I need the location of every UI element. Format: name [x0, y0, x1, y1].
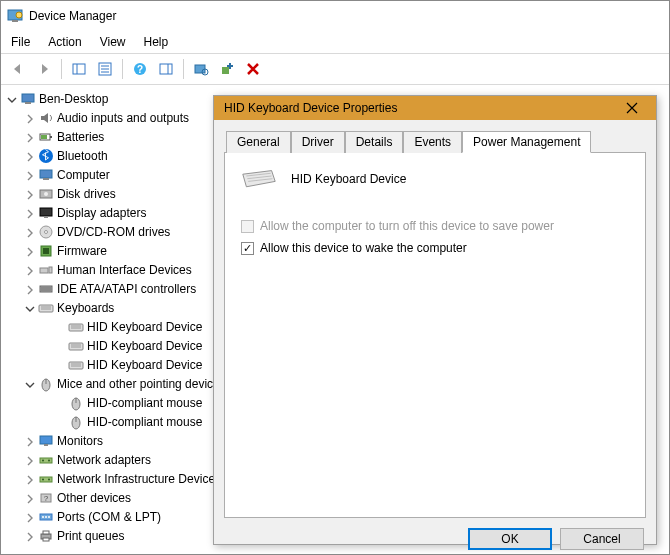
keyboard-icon: [68, 319, 84, 335]
toolbar: ?: [1, 54, 669, 85]
dialog-close-button[interactable]: [612, 96, 652, 120]
expand-arrow-icon[interactable]: [25, 265, 35, 275]
monitor-icon: [38, 433, 54, 449]
keyboard-icon: [68, 338, 84, 354]
tab-bar: General Driver Details Events Power Mana…: [226, 130, 646, 152]
device-manager-icon: [7, 8, 23, 24]
back-button[interactable]: [7, 58, 29, 80]
collapse-arrow-icon[interactable]: [7, 94, 17, 104]
tree-item-label: Network Infrastructure Devices: [57, 472, 221, 486]
forward-button[interactable]: [33, 58, 55, 80]
computer-icon: [38, 167, 54, 183]
properties-button[interactable]: [94, 58, 116, 80]
svg-point-59: [48, 459, 50, 461]
ok-button[interactable]: OK: [468, 528, 552, 550]
expand-arrow-icon[interactable]: [25, 284, 35, 294]
expand-arrow-icon[interactable]: [25, 455, 35, 465]
action-pane-button[interactable]: [155, 58, 177, 80]
tree-item-label: Audio inputs and outputs: [57, 111, 189, 125]
tree-item-label: Print queues: [57, 529, 124, 543]
tree-item-label: Mice and other pointing devices: [57, 377, 226, 391]
expand-arrow-icon[interactable]: [25, 208, 35, 218]
expand-arrow-icon[interactable]: [25, 531, 35, 541]
menu-help[interactable]: Help: [144, 35, 169, 49]
tab-power-management[interactable]: Power Management: [462, 131, 591, 153]
tree-item-label: HID Keyboard Device: [87, 339, 202, 353]
toolbar-separator: [183, 59, 184, 79]
checkbox-label: Allow the computer to turn off this devi…: [260, 219, 554, 233]
svg-rect-31: [43, 248, 49, 254]
dialog-titlebar[interactable]: HID Keyboard Device Properties: [214, 96, 656, 120]
svg-rect-32: [40, 268, 48, 273]
tab-panel: HID Keyboard Device Allow the computer t…: [224, 152, 646, 518]
printer-icon: [38, 528, 54, 544]
bluetooth-icon: [38, 148, 54, 164]
display-icon: [38, 205, 54, 221]
battery-icon: [38, 129, 54, 145]
hid-icon: [38, 262, 54, 278]
expand-arrow-icon[interactable]: [25, 151, 35, 161]
svg-rect-55: [40, 436, 52, 444]
remove-button[interactable]: [242, 58, 264, 80]
svg-text:?: ?: [137, 64, 143, 75]
expand-arrow-icon[interactable]: [25, 512, 35, 522]
svg-point-61: [42, 478, 44, 480]
svg-point-25: [44, 192, 48, 196]
tree-item-label: Human Interface Devices: [57, 263, 192, 277]
close-icon: [626, 102, 638, 114]
expand-arrow-icon[interactable]: [25, 493, 35, 503]
svg-point-66: [42, 516, 44, 518]
expand-arrow-icon[interactable]: [25, 227, 35, 237]
menubar: File Action View Help: [1, 31, 669, 54]
expand-arrow-icon[interactable]: [25, 132, 35, 142]
toolbar-separator: [122, 59, 123, 79]
tree-item-label: Batteries: [57, 130, 104, 144]
add-device-button[interactable]: [216, 58, 238, 80]
svg-rect-33: [49, 267, 52, 273]
svg-point-58: [42, 459, 44, 461]
expand-arrow-icon[interactable]: [25, 474, 35, 484]
mouse-icon: [68, 414, 84, 430]
collapse-arrow-icon[interactable]: [25, 379, 35, 389]
cancel-button[interactable]: Cancel: [560, 528, 644, 550]
keyboard-icon: [68, 357, 84, 373]
svg-rect-11: [160, 64, 172, 74]
scan-button[interactable]: [190, 58, 212, 80]
checkbox-wake-computer[interactable]: Allow this device to wake the computer: [241, 241, 629, 255]
svg-rect-15: [222, 67, 229, 74]
keyboard-icon: [241, 167, 277, 191]
svg-rect-56: [44, 444, 48, 446]
tree-item-label: IDE ATA/ATAPI controllers: [57, 282, 196, 296]
window-title: Device Manager: [29, 9, 116, 23]
show-hide-button[interactable]: [68, 58, 90, 80]
menu-view[interactable]: View: [100, 35, 126, 49]
tab-general[interactable]: General: [226, 131, 291, 153]
help-button[interactable]: ?: [129, 58, 151, 80]
svg-rect-19: [50, 136, 52, 138]
tree-item-label: Monitors: [57, 434, 103, 448]
expand-arrow-icon[interactable]: [25, 189, 35, 199]
tree-item-label: HID Keyboard Device: [87, 358, 202, 372]
toolbar-separator: [61, 59, 62, 79]
svg-rect-26: [40, 208, 52, 216]
expand-arrow-icon[interactable]: [25, 113, 35, 123]
mouse-icon: [68, 395, 84, 411]
dialog-title: HID Keyboard Device Properties: [224, 101, 397, 115]
tab-driver[interactable]: Driver: [291, 131, 345, 153]
dialog-body: General Driver Details Events Power Mana…: [214, 120, 656, 518]
expand-arrow-icon[interactable]: [25, 246, 35, 256]
svg-rect-27: [44, 216, 48, 218]
expand-arrow-icon[interactable]: [25, 436, 35, 446]
svg-rect-23: [43, 178, 49, 180]
device-header: HID Keyboard Device: [241, 167, 629, 191]
tab-events[interactable]: Events: [403, 131, 462, 153]
ide-icon: [38, 281, 54, 297]
tab-details[interactable]: Details: [345, 131, 404, 153]
collapse-arrow-icon[interactable]: [25, 303, 35, 313]
menu-action[interactable]: Action: [48, 35, 81, 49]
tree-item-label: Disk drives: [57, 187, 116, 201]
svg-rect-60: [40, 477, 52, 482]
expand-arrow-icon[interactable]: [25, 170, 35, 180]
svg-rect-20: [41, 135, 47, 139]
menu-file[interactable]: File: [11, 35, 30, 49]
